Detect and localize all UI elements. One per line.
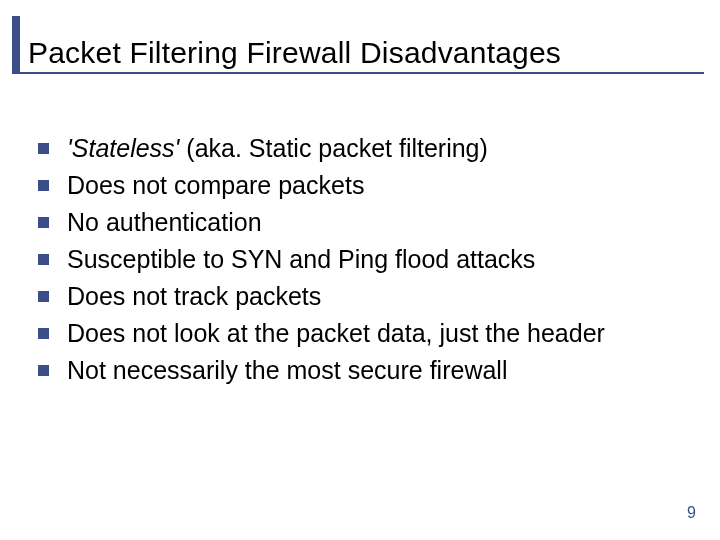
square-bullet-icon	[38, 217, 49, 228]
page-number: 9	[687, 504, 696, 522]
list-item-text: Susceptible to SYN and Ping flood attack…	[67, 243, 678, 276]
title-underline	[12, 72, 704, 74]
bullet-list: 'Stateless' (aka. Static packet filterin…	[38, 132, 678, 391]
slide: Packet Filtering Firewall Disadvantages …	[0, 0, 720, 540]
list-item-rest: (aka. Static packet filtering)	[179, 134, 487, 162]
square-bullet-icon	[38, 328, 49, 339]
slide-title: Packet Filtering Firewall Disadvantages	[28, 36, 561, 70]
square-bullet-icon	[38, 180, 49, 191]
square-bullet-icon	[38, 143, 49, 154]
square-bullet-icon	[38, 365, 49, 376]
list-item-text: No authentication	[67, 206, 678, 239]
italic-term: 'Stateless'	[67, 134, 179, 162]
list-item-text: Not necessarily the most secure firewall	[67, 354, 678, 387]
square-bullet-icon	[38, 254, 49, 265]
list-item-text: 'Stateless' (aka. Static packet filterin…	[67, 132, 678, 165]
list-item-text: Does not track packets	[67, 280, 678, 313]
list-item: Does not track packets	[38, 280, 678, 313]
title-accent-bar	[12, 16, 20, 74]
list-item: Susceptible to SYN and Ping flood attack…	[38, 243, 678, 276]
square-bullet-icon	[38, 291, 49, 302]
list-item-text: Does not compare packets	[67, 169, 678, 202]
list-item: Does not look at the packet data, just t…	[38, 317, 678, 350]
list-item: Does not compare packets	[38, 169, 678, 202]
list-item-text: Does not look at the packet data, just t…	[67, 317, 678, 350]
list-item: No authentication	[38, 206, 678, 239]
list-item: Not necessarily the most secure firewall	[38, 354, 678, 387]
list-item: 'Stateless' (aka. Static packet filterin…	[38, 132, 678, 165]
